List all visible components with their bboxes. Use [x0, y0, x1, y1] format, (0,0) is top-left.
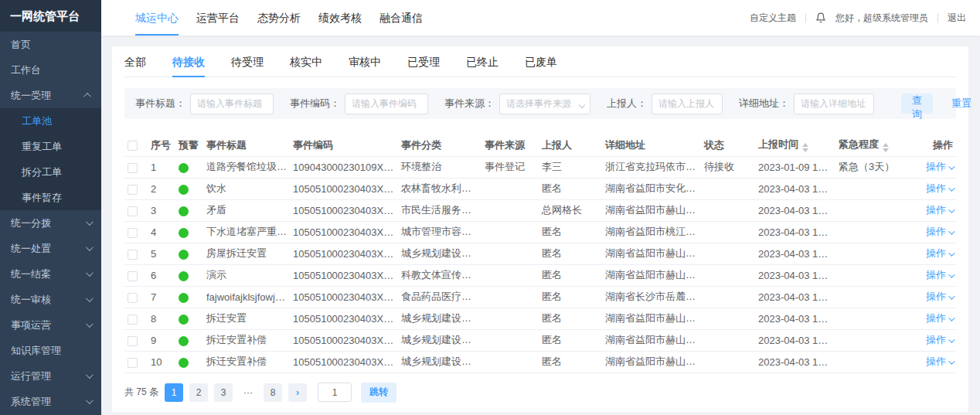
col-预警: 预警 — [175, 134, 203, 156]
cell-上报人: 总网格长 — [539, 199, 602, 221]
row-checkbox[interactable] — [128, 228, 138, 238]
select-all-checkbox[interactable] — [128, 141, 138, 151]
row-checkbox[interactable] — [128, 293, 138, 303]
row-action-link[interactable]: 操作 — [926, 291, 953, 302]
status-tab[interactable]: 已终止 — [466, 46, 499, 77]
sidebar-item[interactable]: 首页 — [0, 32, 101, 57]
row-checkbox[interactable] — [128, 271, 138, 281]
top-nav-item[interactable]: 运营平台 — [196, 0, 240, 36]
row-checkbox[interactable] — [128, 206, 138, 216]
cell-序号: 7 — [148, 286, 175, 308]
cell-事件标题: 拆迁安置补偿 — [203, 329, 290, 351]
cell-紧急程度 — [835, 286, 916, 308]
top-nav-item[interactable]: 态势分析 — [257, 0, 301, 36]
page-button[interactable]: 3 — [214, 383, 233, 402]
top-header: 城运中心 运营平台 态势分析 绩效考核 融合通信 自定义主题 您好，超级系统管理… — [101, 0, 980, 36]
logout-link[interactable]: 退出 — [948, 12, 966, 25]
row-checkbox[interactable] — [128, 358, 138, 368]
chevron-icon — [86, 243, 94, 251]
row-action-link[interactable]: 操作 — [926, 204, 953, 216]
page-button[interactable]: 1 — [165, 383, 183, 402]
cell-事件来源 — [481, 329, 539, 351]
reset-button[interactable]: 重置 — [951, 97, 971, 111]
row-action-link[interactable]: 操作 — [926, 182, 953, 194]
page-button[interactable]: 8 — [264, 383, 282, 402]
status-tab[interactable]: 已废单 — [525, 46, 557, 77]
row-checkbox[interactable] — [128, 336, 138, 346]
row-action-link[interactable]: 操作 — [926, 226, 953, 237]
sidebar-item-label: 工作台 — [11, 63, 91, 77]
table-row: 8 拆迁安置 105051000230403X251 城乡规划建设及房... 匿… — [124, 308, 956, 329]
sort-icon[interactable] — [802, 143, 808, 152]
sidebar-item[interactable]: 统一处置 — [0, 236, 101, 261]
query-button[interactable]: 查询 — [901, 94, 933, 114]
row-checkbox[interactable] — [128, 185, 138, 195]
cell-序号: 5 — [148, 243, 175, 264]
bell-icon[interactable] — [815, 12, 826, 23]
filter-input[interactable] — [499, 94, 590, 114]
top-nav-item[interactable]: 城运中心 — [135, 0, 179, 36]
sidebar-item[interactable]: 统一结案 — [0, 261, 101, 287]
sidebar-item[interactable]: 重复工单 — [0, 134, 101, 159]
row-action-link[interactable]: 操作 — [926, 334, 953, 345]
page-button[interactable]: 2 — [189, 383, 208, 402]
table-row: 2 饮水 105051000230403X181 农林畜牧水利类-防... 匿名… — [124, 178, 956, 199]
cell-序号: 2 — [148, 178, 175, 199]
table-header-row: 序号 预警 事件标题 事件编码 事件分类 事件来源 上报人 详细地址 状态 上报… — [124, 134, 956, 156]
sort-icon[interactable] — [883, 143, 889, 152]
chevron-down-icon — [948, 163, 954, 169]
chevron-down-icon — [948, 336, 954, 342]
row-checkbox[interactable] — [128, 163, 138, 173]
row-action-link[interactable]: 操作 — [926, 247, 953, 259]
row-action-link[interactable]: 操作 — [926, 161, 953, 172]
sidebar-item[interactable]: 统一审核 — [0, 287, 101, 312]
filter-input[interactable] — [652, 94, 723, 114]
row-action-link[interactable]: 操作 — [926, 312, 953, 324]
row-checkbox[interactable] — [128, 315, 138, 325]
status-tab[interactable]: 核实中 — [290, 46, 322, 77]
sidebar-item[interactable]: 事项运营 — [0, 312, 101, 338]
sidebar-item[interactable]: 运行管理 — [0, 363, 101, 389]
status-tab[interactable]: 审核中 — [349, 46, 381, 77]
status-tab[interactable]: 已受理 — [407, 46, 440, 77]
top-nav-item[interactable]: 绩效考核 — [318, 0, 362, 36]
sidebar-item[interactable]: 工单池 — [0, 108, 101, 134]
divider — [937, 13, 938, 22]
table-row: 3 矛盾 105051000230403X611 市民生活服务类-电... 总网… — [124, 199, 956, 221]
filter-input[interactable] — [345, 94, 428, 114]
page-button[interactable]: › — [288, 383, 307, 402]
cell-上报人: 匿名 — [539, 329, 602, 351]
warning-dot-icon — [179, 206, 189, 216]
page-jump-input[interactable] — [318, 383, 352, 402]
row-checkbox[interactable] — [128, 250, 138, 260]
row-action-link[interactable]: 操作 — [926, 269, 953, 281]
sidebar-item[interactable]: 系统管理 — [0, 389, 101, 414]
filter-bar: 事件标题： 事件编码： 事件来源： 上报人： — [124, 88, 956, 119]
cell-上报时间: 2023-04-03 17:21 — [755, 243, 835, 264]
filter-input[interactable] — [794, 94, 874, 114]
sidebar-item[interactable]: 统一分拨 — [0, 210, 101, 236]
sidebar-item[interactable]: 统一受理 — [0, 83, 101, 108]
custom-theme-link[interactable]: 自定义主题 — [750, 12, 796, 25]
sidebar-item[interactable]: 知识库管理 — [0, 338, 101, 363]
status-tab[interactable]: 全部 — [124, 46, 146, 77]
status-tab[interactable]: 待接收 — [172, 46, 205, 77]
row-action-link[interactable]: 操作 — [926, 355, 953, 367]
page-jump-button[interactable]: 跳转 — [361, 383, 396, 403]
table-row: 7 fajwoifajklsjfowjfaijljf... 1050510002… — [124, 286, 956, 308]
cell-状态 — [701, 286, 755, 308]
col-事件编码: 事件编码 — [290, 134, 398, 156]
cell-事件来源 — [481, 308, 539, 329]
cell-事件分类: 城乡规划建设及房... — [398, 351, 481, 372]
sidebar-item-label: 系统管理 — [11, 395, 86, 409]
sidebar-item[interactable]: 拆分工单 — [0, 159, 101, 185]
col-事件标题: 事件标题 — [203, 134, 290, 156]
status-tab[interactable]: 待受理 — [231, 46, 264, 77]
page-button[interactable]: ··· — [239, 383, 257, 402]
filter-input[interactable] — [190, 94, 274, 114]
sidebar-item[interactable]: 事件暂存 — [0, 185, 101, 210]
cell-序号: 8 — [148, 308, 175, 329]
top-nav-item[interactable]: 融合通信 — [379, 0, 423, 36]
sidebar-item[interactable]: 工作台 — [0, 57, 101, 83]
cell-紧急程度 — [835, 329, 916, 351]
